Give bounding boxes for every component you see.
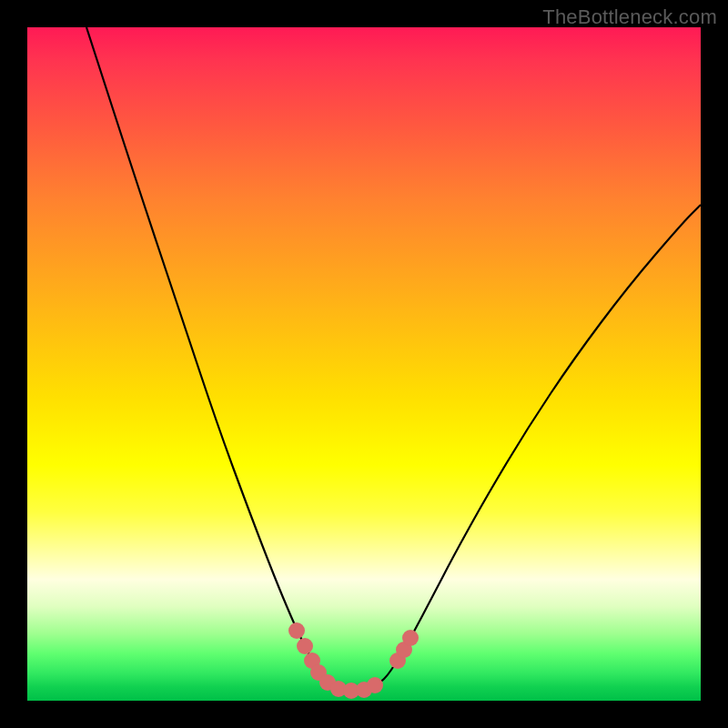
chart-plot-area: [27, 27, 701, 701]
marker-group: [288, 622, 419, 699]
chart-svg: [27, 27, 701, 701]
curve-marker: [288, 622, 305, 639]
curve-marker: [297, 638, 313, 654]
curve-marker: [367, 677, 383, 693]
bottleneck-curve: [86, 27, 701, 691]
watermark-text: TheBottleneck.com: [542, 5, 717, 29]
curve-marker: [402, 630, 419, 646]
